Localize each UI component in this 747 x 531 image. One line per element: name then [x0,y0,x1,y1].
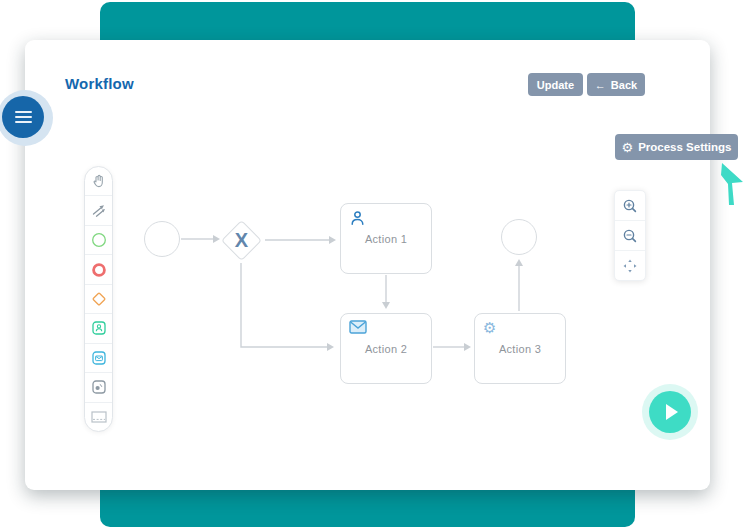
fit-view-button[interactable] [615,250,645,280]
hand-icon [91,173,107,189]
palette-message-task[interactable] [85,343,112,372]
gear-icon: ⚙ [483,320,496,335]
task-node-action-2[interactable]: Action 2 [340,313,432,384]
palette-service-task[interactable] [85,372,112,401]
play-icon [666,404,678,420]
task-node-action-1[interactable]: Action 1 [340,203,432,274]
hamburger-icon [15,111,32,113]
palette-user-task[interactable] [85,313,112,342]
gateway-diamond-icon [91,291,107,307]
gear-icon: ⚙ [622,141,634,154]
process-settings-button[interactable]: ⚙ Process Settings [615,134,738,160]
back-arrow-icon: ← [595,79,606,91]
hamburger-icon [15,116,32,118]
zoom-in-button[interactable] [615,191,645,220]
zoom-in-icon [622,198,638,214]
palette-connect-tool[interactable] [85,195,112,224]
back-button[interactable]: ← Back [587,73,645,96]
cursor-pointer-icon [716,160,747,210]
subprocess-icon [90,409,108,425]
mail-task-icon [91,350,107,366]
start-event-node[interactable] [144,221,180,257]
hamburger-icon [15,121,32,123]
task-label: Action 3 [475,343,565,355]
hamburger-menu-button[interactable] [2,96,44,138]
end-event-icon [91,262,107,278]
process-settings-label: Process Settings [638,141,731,153]
palette-gateway[interactable] [85,284,112,313]
palette-start-event[interactable] [85,225,112,254]
back-button-label: Back [611,79,637,91]
user-icon [349,210,366,227]
workflow-page: Workflow Update ← Back ⚙ Process Setting… [0,0,747,531]
element-palette [84,166,113,432]
start-event-icon [91,232,107,248]
palette-subprocess[interactable] [85,402,112,431]
task-label: Action 1 [341,233,431,245]
end-event-node[interactable] [501,219,537,255]
palette-end-event[interactable] [85,254,112,283]
zoom-out-icon [622,228,638,244]
fit-view-icon [622,258,638,274]
service-task-icon [91,379,107,395]
zoom-out-button[interactable] [615,220,645,250]
gateway-label: X [229,228,254,253]
play-button[interactable] [649,391,691,433]
zoom-controls [614,190,646,281]
update-button[interactable]: Update [528,73,583,96]
connect-arrow-icon [91,203,107,219]
palette-hand-tool[interactable] [85,167,112,195]
update-button-label: Update [537,79,574,91]
page-title: Workflow [65,75,134,92]
task-node-action-3[interactable]: ⚙ Action 3 [474,313,566,384]
task-label: Action 2 [341,343,431,355]
user-task-icon [91,320,107,336]
mail-icon [349,320,367,334]
